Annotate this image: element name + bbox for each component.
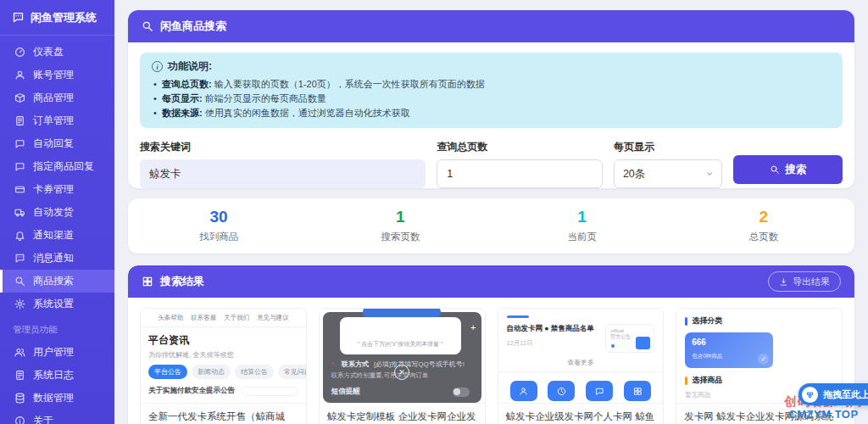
sidebar-item-label: 消息通知 (33, 251, 74, 265)
sidebar-item-notify-channel[interactable]: 通知渠道 (0, 224, 114, 247)
sidebar-item-label: 自动发货 (33, 205, 74, 220)
sidebar-item-label: 系统日志 (33, 368, 74, 382)
cluster-icon (802, 387, 818, 403)
sidebar-item-data-mgmt[interactable]: 数据管理 (0, 387, 114, 410)
search-icon (770, 165, 780, 175)
stat-search-pages: 1 搜索页数 (309, 208, 491, 243)
app-title: 闲鱼管理系统 (31, 10, 97, 25)
sidebar-item-user-mgmt[interactable]: 用户管理 (0, 341, 114, 364)
sidebar-item-product-reply[interactable]: 指定商品回复 (0, 155, 114, 178)
notice-item: 数据来源: 使用真实的闲鱼数据，通过浏览器自动化技术获取 (152, 106, 831, 120)
sidebar-section-admin: 管理员功能 (0, 315, 114, 341)
export-button[interactable]: 导出结果 (768, 271, 841, 292)
sidebar: 闲鱼管理系统 仪表盘 账号管理 商品管理 订单管理 自动回复 指定商品回复 卡券… (0, 0, 114, 424)
product-thumbnail: + “ 点击下方的"x"按钮关闭本弹窗 ” * 联系方式 [必填]推荐填写QQ号… (320, 309, 485, 404)
sidebar-item-coupons[interactable]: 卡券管理 (0, 178, 114, 201)
chat-icon (14, 138, 25, 149)
message-icon (14, 253, 25, 264)
pages-label: 查询总页数 (437, 140, 603, 154)
stat-value: 2 (673, 208, 854, 226)
sidebar-item-label: 仪表盘 (33, 45, 64, 59)
search-icon (14, 276, 25, 287)
thumb-pill-active: 平台公告 (148, 365, 187, 379)
sidebar-item-label: 关于 (33, 414, 53, 424)
notice-item-strong: 数据来源: (162, 108, 203, 118)
thumb-plus: + (470, 322, 476, 332)
stat-value: 30 (128, 208, 309, 226)
thumb-mini-card: offical 官方公告 (605, 324, 654, 353)
thumb-more-link: 查看更多 (498, 358, 664, 372)
bell-icon (14, 230, 25, 241)
product-title: 全新一代发卡系统开售（鲸商城pro） 10元 是鲸商城系统 1、全新前后端分离架… (141, 404, 306, 424)
main-content: 闲鱼商品搜索 i 功能说明: 查询总页数: 输入要获取的页数（1-20页），系统… (114, 0, 868, 424)
clock-app-icon (548, 381, 575, 401)
sidebar-item-label: 商品搜索 (33, 274, 74, 288)
user-app-icon (510, 381, 537, 401)
thumb-note: 联系方式特别重要,可用来查询订单 (331, 371, 429, 380)
search-icon (142, 20, 153, 32)
thumb-link: 关于实施付款安全提示公告 (148, 386, 235, 396)
stat-label: 总页数 (673, 231, 854, 243)
thumb-nav-link: 关于我们 (224, 314, 249, 322)
results-header: 搜索结果 导出结果 (128, 265, 854, 298)
sidebar-item-settings[interactable]: 系统设置 (0, 293, 114, 315)
sidebar-item-messages[interactable]: 消息通知 (0, 247, 114, 270)
sidebar-item-label: 自动回复 (33, 137, 74, 151)
sidebar-item-dashboard[interactable]: 仪表盘 (0, 41, 114, 64)
product-card-4[interactable]: 选择分类 666 包含0种商品 ✓ 选择商品 暂无商品 发卡网 鲸发卡企业发卡网… (676, 308, 843, 424)
product-card-3[interactable]: 自动发卡网 ● 禁售商品名单 12月11日 offical 官方公告 (498, 308, 665, 424)
drag-here-pill[interactable]: 拖拽至此上 (798, 383, 868, 405)
thumb-dark-overlay: + “ 点击下方的"x"按钮关闭本弹窗 ” * 联系方式 [必填]推荐填写QQ号… (323, 312, 481, 403)
sidebar-item-product-search[interactable]: 商品搜索 (0, 270, 114, 293)
info-icon: i (152, 61, 163, 72)
notice-item-strong: 每页显示: (162, 93, 203, 103)
product-card-2[interactable]: + “ 点击下方的"x"按钮关闭本弹窗 ” * 联系方式 [必填]推荐填写QQ号… (319, 308, 486, 424)
sidebar-item-label: 指定商品回复 (33, 159, 94, 174)
sidebar-item-accounts[interactable]: 账号管理 (0, 64, 114, 86)
thumb-heading: 自动发卡网 ● 禁售商品名单 (507, 324, 594, 334)
notice-list: 查询总页数: 输入要获取的页数（1-20页），系统会一次性获取所有页面的数据 每… (152, 77, 831, 120)
sidebar-item-auto-reply[interactable]: 自动回复 (0, 132, 114, 155)
sidebar-item-label: 数据管理 (33, 391, 74, 405)
stat-found: 30 找到商品 (128, 208, 309, 243)
sidebar-item-label: 账号管理 (33, 68, 74, 82)
search-button-label: 搜索 (785, 163, 806, 177)
search-form: 搜索关键词 查询总页数 每页显示 20条 搜索 (128, 137, 854, 188)
dot-icon (611, 344, 615, 348)
sidebar-item-system-log[interactable]: 系统日志 (0, 364, 114, 387)
download-icon (779, 277, 788, 287)
chat-bubble-icon (12, 11, 25, 24)
keyword-label: 搜索关键词 (140, 140, 426, 154)
sidebar-item-label: 系统设置 (33, 297, 74, 311)
sidebar-item-about[interactable]: 关于 (0, 410, 114, 424)
product-card-1[interactable]: 头条帮助 联系客服 关于我们 意见与建议 平台资讯 为你排忧解难, 全天候等候您… (140, 308, 307, 424)
sidebar-item-auto-ship[interactable]: 自动发货 (0, 201, 114, 224)
box-icon (14, 92, 25, 103)
close-icon: ✕ (394, 365, 409, 380)
sidebar-item-products[interactable]: 商品管理 (0, 86, 114, 109)
product-thumbnail: 自动发卡网 ● 禁售商品名单 12月11日 offical 官方公告 (498, 309, 664, 404)
thumb-nav-link: 意见与建议 (257, 314, 289, 322)
info-icon (14, 416, 25, 424)
keyword-input[interactable] (140, 159, 426, 188)
notice-item-strong: 查询总页数: (162, 79, 212, 89)
check-icon: ✓ (758, 354, 769, 365)
sidebar-item-orders[interactable]: 订单管理 (0, 109, 114, 132)
thumb-pill: 结算公告 (235, 365, 274, 379)
users-icon (14, 347, 25, 358)
product-grid: 头条帮助 联系客服 关于我们 意见与建议 平台资讯 为你排忧解难, 全天候等候您… (128, 298, 854, 424)
notice-item-text: 前端分页显示的每页商品数量 (203, 93, 326, 103)
stat-label: 搜索页数 (309, 231, 491, 243)
per-page-select[interactable]: 20条 (614, 159, 723, 188)
database-icon (14, 393, 25, 404)
search-panel-title: 闲鱼商品搜索 (160, 19, 226, 34)
pages-input[interactable] (437, 159, 603, 188)
thumb-required-mark: * (331, 360, 334, 368)
thumb-heading: 平台资讯 (148, 333, 298, 348)
sidebar-item-label: 卡券管理 (33, 182, 74, 197)
notice-item-text: 使用真实的闲鱼数据，通过浏览器自动化技术获取 (203, 108, 410, 118)
stat-label: 当前页 (492, 231, 673, 243)
per-page-label: 每页显示 (614, 140, 723, 154)
search-button[interactable]: 搜索 (733, 155, 843, 184)
grid-app-icon (624, 381, 651, 401)
